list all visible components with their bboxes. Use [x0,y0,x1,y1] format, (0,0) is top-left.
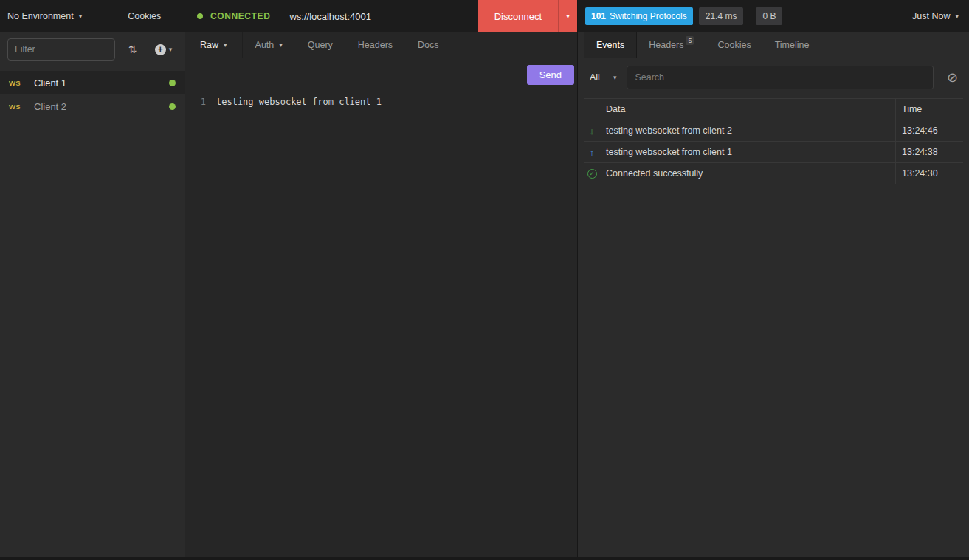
tab-query-label: Query [308,40,333,50]
connected-check-icon: ✓ [587,169,597,179]
request-list: WS Client 1 WS Client 2 [0,71,185,118]
sidebar-item-client-2[interactable]: WS Client 2 [0,94,185,118]
connection-dot-icon [197,13,203,19]
sidebar-item-client-1[interactable]: WS Client 1 [0,71,185,94]
tab-docs[interactable]: Docs [405,32,451,58]
event-time: 13:24:38 [895,142,963,162]
environment-label: No Environment [7,11,74,21]
tab-headers-label: Headers [358,40,393,50]
connection-status-label: CONNECTED [210,11,270,21]
response-tabs: Events Headers 5 Cookies Timeline [578,32,969,58]
request-tabs: Raw ▾ Auth ▾ Query Headers Docs [185,32,577,58]
ws-type-label: WS [9,103,28,111]
chevron-down-icon: ▾ [224,41,227,49]
chevron-down-icon: ▾ [79,13,83,20]
tab-events[interactable]: Events [584,32,637,58]
tab-timeline-label: Timeline [775,40,810,50]
updated-time-label: Just Now [912,11,950,21]
event-row[interactable]: ↑ testing websocket from client 1 13:24:… [584,142,963,163]
column-header-time: Time [895,99,963,120]
tab-cookies-label: Cookies [717,40,751,50]
line-number: 1 [185,95,216,108]
event-time: 13:24:46 [895,120,963,141]
send-row: Send [185,58,577,88]
event-type-selected: All [590,72,600,83]
events-filter-bar: All ▾ ⊘ [578,58,969,98]
disconnect-button[interactable]: Disconnect ▾ [478,0,577,32]
sidebar-toolbar: ⇅ + ▾ [0,32,185,66]
status-code: 101 [591,11,606,21]
tab-auth[interactable]: Auth ▾ [243,32,295,58]
chevron-down-icon: ▾ [279,41,283,49]
message-body-text: testing websocket from client 1 [216,95,382,108]
chevron-down-icon: ▾ [169,46,173,53]
client-name: Client 2 [34,101,66,112]
tab-timeline[interactable]: Timeline [763,32,821,58]
status-code-badge: 101 Switching Protocols [585,7,693,25]
tab-raw-label: Raw [200,40,218,50]
response-size-badge: 0 B [756,7,782,25]
cookies-button[interactable]: Cookies [128,11,161,21]
chevron-down-icon: ▾ [566,13,570,20]
event-data: Connected successfully [600,163,895,184]
message-received-icon: ↓ [584,120,600,141]
event-data: testing websocket from client 2 [600,120,895,141]
event-time: 13:24:30 [895,163,963,184]
response-panel: 101 Switching Protocols 21.4 ms 0 B Just… [578,0,969,560]
sidebar: No Environment ▾ Cookies ⇅ + ▾ WS Client… [0,0,185,560]
tab-docs-label: Docs [418,40,438,50]
connected-status-dot [169,103,176,110]
tab-raw[interactable]: Raw ▾ [185,32,243,58]
editor-line: 1 testing websocket from client 1 [185,95,577,108]
clear-events-icon[interactable]: ⊘ [947,71,958,84]
tab-query[interactable]: Query [295,32,345,58]
plus-icon: + [155,44,166,55]
client-name: Client 1 [34,77,66,89]
event-row[interactable]: ✓ Connected successfully 13:24:30 [584,163,963,184]
events-search-input[interactable] [627,66,933,89]
tab-auth-label: Auth [255,40,275,50]
disconnect-label: Disconnect [478,0,558,32]
chevron-down-icon: ▾ [955,13,959,20]
type-column [584,99,600,120]
tab-response-headers[interactable]: Headers 5 [637,32,706,58]
tab-response-headers-label: Headers [649,40,683,50]
message-sent-icon: ↑ [584,142,600,162]
sidebar-topbar: No Environment ▾ Cookies [0,0,185,32]
column-header-data: Data [600,99,895,120]
websocket-client-window: No Environment ▾ Cookies ⇅ + ▾ WS Client… [0,0,969,560]
updated-time-selector[interactable]: Just Now ▾ [912,11,962,21]
connected-status-dot [169,80,176,86]
events-table-header: Data Time [584,99,963,120]
chevron-down-icon: ▾ [613,74,617,81]
request-topbar: CONNECTED ws://localhost:4001 Disconnect… [185,0,577,32]
tab-events-label: Events [596,40,624,50]
filter-input[interactable] [7,38,115,61]
bottom-border [0,557,969,560]
response-time-badge: 21.4 ms [699,7,744,25]
sort-icon[interactable]: ⇅ [128,44,137,55]
add-request-button[interactable]: + ▾ [155,44,173,55]
ws-type-label: WS [9,79,28,87]
disconnect-options-button[interactable]: ▾ [558,0,577,32]
message-editor[interactable]: 1 testing websocket from client 1 [185,88,577,560]
environment-selector[interactable]: No Environment ▾ [0,11,89,21]
event-row[interactable]: ↓ testing websocket from client 2 13:24:… [584,120,963,142]
tab-cookies[interactable]: Cookies [706,32,762,58]
type-cell: ✓ [584,163,600,184]
request-panel: CONNECTED ws://localhost:4001 Disconnect… [185,0,578,560]
event-data: testing websocket from client 1 [600,142,895,162]
events-table: Data Time ↓ testing websocket from clien… [584,98,963,184]
headers-count-badge: 5 [686,36,694,45]
status-text: Switching Protocols [610,11,687,21]
tab-headers[interactable]: Headers [345,32,405,58]
send-button[interactable]: Send [527,65,574,85]
response-topbar: 101 Switching Protocols 21.4 ms 0 B Just… [578,0,969,32]
event-type-filter[interactable]: All ▾ [587,72,619,83]
websocket-url[interactable]: ws://localhost:4001 [289,11,371,22]
